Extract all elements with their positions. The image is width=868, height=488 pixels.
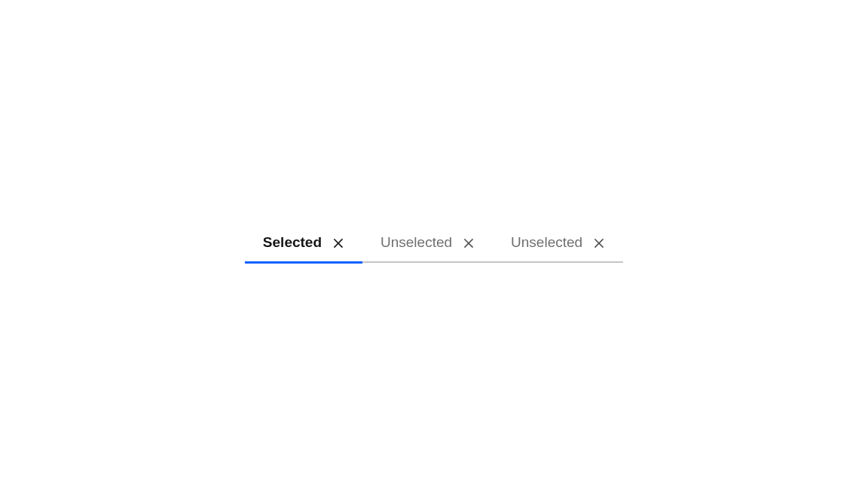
close-icon[interactable] xyxy=(332,237,344,249)
tab-unselected-2[interactable]: Unselected xyxy=(493,224,623,263)
close-icon[interactable] xyxy=(463,237,475,249)
tab-label: Unselected xyxy=(511,233,582,252)
tab-label: Selected xyxy=(263,233,322,252)
tab-label: Unselected xyxy=(381,233,452,252)
tabs-container: Selected Unselected Unselected xyxy=(245,224,623,264)
close-icon[interactable] xyxy=(593,237,605,249)
tab-selected[interactable]: Selected xyxy=(245,224,362,264)
tab-unselected-1[interactable]: Unselected xyxy=(362,224,493,263)
